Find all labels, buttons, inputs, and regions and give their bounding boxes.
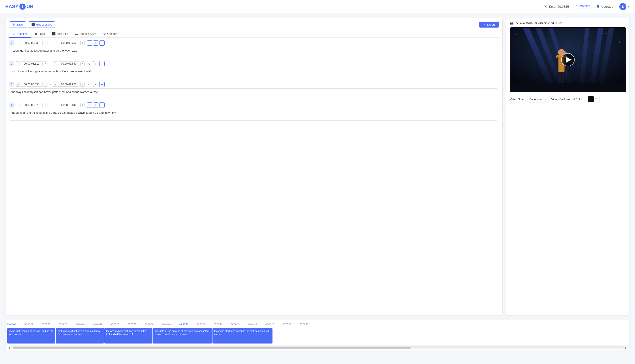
avatar-wrapper[interactable]: S ▼ — [619, 3, 630, 10]
scroll-right-button[interactable]: ▶ — [623, 346, 628, 350]
right-panel: 📷 77148a8f5187739c4fcc22e5fd8c5596 — [506, 18, 630, 316]
ruler-mark-13: 00:00:13 — [231, 323, 248, 326]
action-btns-1: ↺ + − — [87, 40, 105, 46]
left-panel: ⚙ Save ⬛ Get subtitles ↗ Export ☰ Subtit… — [5, 18, 503, 316]
subtitle-text-4[interactable]: thoughts all the thinking all the parts … — [9, 109, 498, 120]
video-size-select-wrapper: Facebook YouTube Instagram — [527, 96, 549, 102]
dash-3: - — [49, 83, 52, 86]
time-minus-end-3[interactable]: − — [53, 82, 57, 86]
video-size-label: Video Size: — [510, 98, 524, 101]
svg-point-21 — [619, 42, 620, 43]
time-plus-end-4[interactable]: + — [80, 103, 85, 107]
remove-btn-2[interactable]: − — [99, 61, 105, 66]
get-subtitles-label: Get subtitles — [36, 23, 52, 26]
time-minus-end-2[interactable]: − — [53, 62, 57, 66]
export-button[interactable]: ↗ Export — [479, 22, 499, 28]
time-minus-start-4[interactable]: − — [16, 103, 20, 107]
subtitle-style-tab-label: Subtitle Style — [79, 32, 96, 36]
time-plus-end-1[interactable]: + — [80, 41, 85, 45]
time-start-2[interactable] — [21, 62, 43, 66]
time-plus-end-2[interactable]: + — [80, 62, 85, 66]
color-chevron: ▼ — [595, 98, 597, 101]
tab-subtitles[interactable]: ☰ Subtitles — [9, 30, 31, 38]
time-plus-end-3[interactable]: + — [80, 82, 85, 86]
time-minus-start-2[interactable]: − — [16, 62, 20, 66]
save-button[interactable]: ⚙ Save — [9, 21, 26, 28]
camera-icon: 📷 — [510, 21, 513, 25]
track-text-0: i wish that i could just go back and be … — [9, 330, 54, 336]
subtitle-text-3[interactable]: the way i saw myself had never gotten lo… — [9, 88, 498, 100]
timeline-track-1[interactable]: wish i was still not give a damn but how… — [56, 328, 104, 344]
refresh-btn-3[interactable]: ↺ — [87, 82, 92, 87]
refresh-btn-1[interactable]: ↺ — [87, 40, 92, 46]
timeline-track-4[interactable]: thousand block and because the mall some… — [213, 328, 273, 344]
video-size-select[interactable]: Facebook YouTube Instagram — [527, 96, 549, 102]
track-text-2: the way i saw myself had never gotten lo… — [106, 330, 151, 336]
time-start-1[interactable] — [21, 41, 43, 45]
add-btn-2[interactable]: + — [93, 61, 98, 66]
timeline-track-2[interactable]: the way i saw myself had never gotten lo… — [104, 328, 152, 344]
timeline-scrollbar[interactable] — [12, 346, 623, 349]
scroll-left-button[interactable]: ◀ — [7, 346, 12, 350]
track-text-4: thousand block and because the mall some… — [214, 330, 271, 336]
timeline-track-0[interactable]: i wish that i could just go back and be … — [7, 328, 55, 344]
action-btns-2: ↺ + − — [87, 61, 105, 66]
refresh-btn-4[interactable]: ↺ — [87, 102, 92, 108]
toolbar-left: ⚙ Save ⬛ Get subtitles — [9, 21, 55, 28]
avatar[interactable]: S — [619, 3, 626, 10]
time-plus-start-1[interactable]: + — [43, 41, 48, 45]
time-control-start-2: − + — [16, 62, 48, 66]
time-end-2[interactable] — [58, 62, 80, 66]
main-container: ⚙ Save ⬛ Get subtitles ↗ Export ☰ Subtit… — [0, 13, 635, 320]
timeline-track-3[interactable]: thoughts all the thinking all the parts … — [153, 328, 212, 344]
options-tab-icon: ⚙ — [103, 32, 106, 36]
subtitle-item-3: 3 − + - − + ↺ + − — [9, 82, 498, 100]
clock-icon: 🕐 — [543, 5, 547, 8]
remove-btn-1[interactable]: − — [99, 40, 105, 46]
upgrade-nav[interactable]: 👤 Upgrade — [596, 5, 613, 8]
video-bg-color-label: Video Background Color: — [551, 98, 583, 101]
time-plus-start-4[interactable]: + — [43, 103, 48, 107]
tab-logo[interactable]: ▣ Logo — [31, 30, 49, 38]
logo-tab-label: Logo — [39, 32, 45, 36]
remove-btn-3[interactable]: − — [99, 82, 105, 87]
subtitle-item-2: 2 − + - − + ↺ + − — [9, 61, 498, 79]
tabs: ☰ Subtitles ▣ Logo ⬛ Text Title ▬ Subtit… — [9, 30, 499, 38]
refresh-btn-2[interactable]: ↺ — [87, 61, 92, 66]
time-end-3[interactable] — [58, 82, 80, 86]
time-control-end-3: − + — [53, 82, 85, 86]
svg-rect-11 — [562, 72, 564, 83]
time-minus-end-4[interactable]: − — [53, 103, 57, 107]
subtitle-style-tab-icon: ▬ — [75, 32, 78, 36]
time-minus-start-1[interactable]: − — [16, 41, 20, 45]
time-end-1[interactable] — [58, 41, 80, 45]
time-control-start-3: − + — [16, 82, 48, 86]
time-minus-start-3[interactable]: − — [16, 82, 20, 86]
time-plus-start-3[interactable]: + — [43, 82, 48, 86]
stage-view — [510, 27, 626, 92]
ruler-mark-6: 00:00:06 — [111, 323, 128, 326]
ruler-mark-5: 00:00:05 — [93, 323, 111, 326]
get-subtitles-button[interactable]: ⬛ Get subtitles — [28, 21, 55, 28]
time-start-4[interactable] — [21, 103, 43, 107]
ruler-mark-4: 00:00:04 — [76, 323, 93, 326]
tab-text-title[interactable]: ⬛ Text Title — [49, 30, 72, 38]
add-btn-4[interactable]: + — [93, 102, 98, 108]
video-bg-color-picker[interactable]: ▼ — [586, 95, 599, 103]
add-btn-3[interactable]: + — [93, 82, 98, 87]
tab-options[interactable]: ⚙ Options — [100, 30, 121, 38]
time-end-4[interactable] — [58, 103, 80, 107]
subtitle-text-1[interactable]: i wish that i could just go back and be … — [9, 47, 498, 58]
action-btns-3: ↺ + − — [87, 82, 105, 87]
video-thumbnail — [510, 27, 626, 92]
time-minus-end-1[interactable]: − — [53, 41, 57, 45]
time-start-3[interactable] — [21, 82, 43, 86]
remove-btn-4[interactable]: − — [99, 102, 105, 108]
projects-nav[interactable]: ⌂ Projects — [576, 4, 590, 9]
subtitle-text-2[interactable]: wish i was still not give a damn but how… — [9, 68, 498, 79]
time-plus-start-2[interactable]: + — [43, 62, 48, 66]
tab-subtitle-style[interactable]: ▬ Subtitle Style — [72, 30, 100, 38]
ruler-mark-9: 00:00:09 — [162, 323, 179, 326]
add-btn-1[interactable]: + — [93, 40, 98, 46]
svg-rect-7 — [510, 83, 626, 92]
